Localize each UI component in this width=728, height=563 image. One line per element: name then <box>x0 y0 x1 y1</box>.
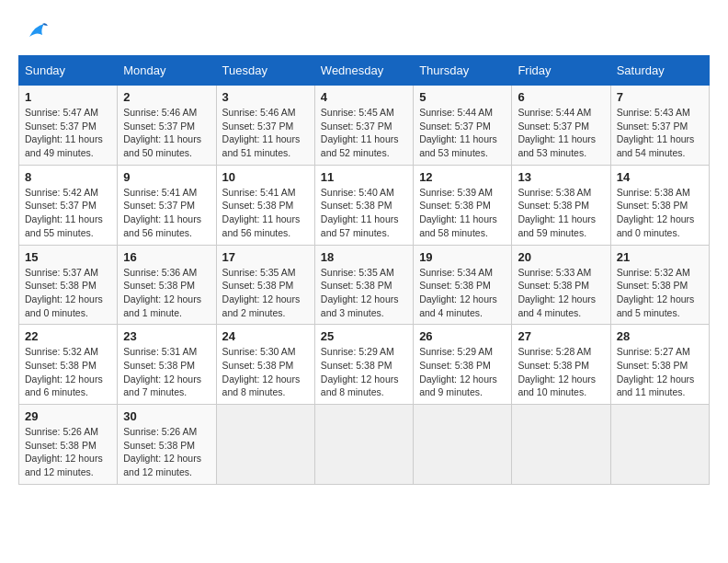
calendar-day-cell: 29 Sunrise: 5:26 AM Sunset: 5:38 PM Dayl… <box>19 405 118 485</box>
day-number: 13 <box>518 170 604 184</box>
day-number: 17 <box>222 250 309 264</box>
day-number: 19 <box>419 250 506 264</box>
day-info: Sunrise: 5:35 AM Sunset: 5:38 PM Dayligh… <box>321 266 407 320</box>
day-number: 30 <box>123 409 210 423</box>
calendar-day-cell: 30 Sunrise: 5:26 AM Sunset: 5:38 PM Dayl… <box>118 405 216 485</box>
calendar-day-cell: 26 Sunrise: 5:29 AM Sunset: 5:38 PM Dayl… <box>414 325 512 405</box>
weekday-header: Wednesday <box>314 56 413 86</box>
logo <box>18 18 50 46</box>
day-number: 2 <box>123 90 210 104</box>
calendar-week-row: 22 Sunrise: 5:32 AM Sunset: 5:38 PM Dayl… <box>19 325 710 405</box>
calendar-day-cell <box>512 405 610 485</box>
day-number: 27 <box>518 329 604 343</box>
day-info: Sunrise: 5:39 AM Sunset: 5:38 PM Dayligh… <box>419 186 506 240</box>
day-number: 12 <box>419 170 506 184</box>
day-info: Sunrise: 5:46 AM Sunset: 5:37 PM Dayligh… <box>222 106 309 160</box>
day-number: 18 <box>321 250 407 264</box>
day-info: Sunrise: 5:46 AM Sunset: 5:37 PM Dayligh… <box>123 106 210 160</box>
weekday-header: Tuesday <box>216 56 314 86</box>
calendar-day-cell: 4 Sunrise: 5:45 AM Sunset: 5:37 PM Dayli… <box>314 86 413 166</box>
day-number: 29 <box>25 409 111 423</box>
calendar-day-cell: 1 Sunrise: 5:47 AM Sunset: 5:37 PM Dayli… <box>19 86 118 166</box>
calendar-day-cell: 7 Sunrise: 5:43 AM Sunset: 5:37 PM Dayli… <box>610 86 709 166</box>
day-info: Sunrise: 5:31 AM Sunset: 5:38 PM Dayligh… <box>123 345 210 399</box>
calendar-day-cell <box>314 405 413 485</box>
weekday-header: Monday <box>118 56 216 86</box>
calendar-day-cell: 14 Sunrise: 5:38 AM Sunset: 5:38 PM Dayl… <box>610 165 709 245</box>
weekday-header: Saturday <box>610 56 709 86</box>
calendar-week-row: 29 Sunrise: 5:26 AM Sunset: 5:38 PM Dayl… <box>19 405 710 485</box>
day-number: 21 <box>617 250 703 264</box>
day-number: 4 <box>321 90 407 104</box>
calendar-table: SundayMondayTuesdayWednesdayThursdayFrid… <box>18 55 710 485</box>
calendar-day-cell: 18 Sunrise: 5:35 AM Sunset: 5:38 PM Dayl… <box>314 245 413 325</box>
day-info: Sunrise: 5:32 AM Sunset: 5:38 PM Dayligh… <box>617 266 703 320</box>
calendar-day-cell: 22 Sunrise: 5:32 AM Sunset: 5:38 PM Dayl… <box>19 325 118 405</box>
calendar-day-cell: 13 Sunrise: 5:38 AM Sunset: 5:38 PM Dayl… <box>512 165 610 245</box>
day-number: 14 <box>617 170 703 184</box>
day-info: Sunrise: 5:37 AM Sunset: 5:38 PM Dayligh… <box>25 266 111 320</box>
calendar-week-row: 15 Sunrise: 5:37 AM Sunset: 5:38 PM Dayl… <box>19 245 710 325</box>
day-info: Sunrise: 5:27 AM Sunset: 5:38 PM Dayligh… <box>617 345 703 399</box>
day-info: Sunrise: 5:30 AM Sunset: 5:38 PM Dayligh… <box>222 345 309 399</box>
day-info: Sunrise: 5:26 AM Sunset: 5:38 PM Dayligh… <box>123 425 210 479</box>
day-info: Sunrise: 5:40 AM Sunset: 5:38 PM Dayligh… <box>321 186 407 240</box>
calendar-day-cell: 12 Sunrise: 5:39 AM Sunset: 5:38 PM Dayl… <box>414 165 512 245</box>
day-number: 11 <box>321 170 407 184</box>
day-number: 1 <box>25 90 111 104</box>
calendar-day-cell: 23 Sunrise: 5:31 AM Sunset: 5:38 PM Dayl… <box>118 325 216 405</box>
calendar-day-cell: 25 Sunrise: 5:29 AM Sunset: 5:38 PM Dayl… <box>314 325 413 405</box>
day-number: 6 <box>518 90 604 104</box>
day-info: Sunrise: 5:32 AM Sunset: 5:38 PM Dayligh… <box>25 345 111 399</box>
calendar-day-cell: 2 Sunrise: 5:46 AM Sunset: 5:37 PM Dayli… <box>118 86 216 166</box>
day-number: 25 <box>321 329 407 343</box>
calendar-day-cell: 15 Sunrise: 5:37 AM Sunset: 5:38 PM Dayl… <box>19 245 118 325</box>
day-info: Sunrise: 5:33 AM Sunset: 5:38 PM Dayligh… <box>518 266 604 320</box>
day-info: Sunrise: 5:26 AM Sunset: 5:38 PM Dayligh… <box>25 425 111 479</box>
day-number: 28 <box>617 329 703 343</box>
weekday-header: Sunday <box>19 56 118 86</box>
day-number: 7 <box>617 90 703 104</box>
calendar-day-cell: 27 Sunrise: 5:28 AM Sunset: 5:38 PM Dayl… <box>512 325 610 405</box>
calendar-day-cell: 9 Sunrise: 5:41 AM Sunset: 5:37 PM Dayli… <box>118 165 216 245</box>
logo-bird-icon <box>22 18 50 46</box>
calendar-day-cell: 16 Sunrise: 5:36 AM Sunset: 5:38 PM Dayl… <box>118 245 216 325</box>
day-info: Sunrise: 5:42 AM Sunset: 5:37 PM Dayligh… <box>25 186 111 240</box>
calendar-day-cell: 5 Sunrise: 5:44 AM Sunset: 5:37 PM Dayli… <box>414 86 512 166</box>
page-header <box>18 18 710 46</box>
calendar-day-cell: 21 Sunrise: 5:32 AM Sunset: 5:38 PM Dayl… <box>610 245 709 325</box>
day-number: 15 <box>25 250 111 264</box>
calendar-day-cell: 20 Sunrise: 5:33 AM Sunset: 5:38 PM Dayl… <box>512 245 610 325</box>
day-number: 8 <box>25 170 111 184</box>
day-number: 24 <box>222 329 309 343</box>
day-info: Sunrise: 5:29 AM Sunset: 5:38 PM Dayligh… <box>321 345 407 399</box>
day-info: Sunrise: 5:44 AM Sunset: 5:37 PM Dayligh… <box>419 106 506 160</box>
calendar-week-row: 1 Sunrise: 5:47 AM Sunset: 5:37 PM Dayli… <box>19 86 710 166</box>
calendar-day-cell: 11 Sunrise: 5:40 AM Sunset: 5:38 PM Dayl… <box>314 165 413 245</box>
day-number: 9 <box>123 170 210 184</box>
day-info: Sunrise: 5:45 AM Sunset: 5:37 PM Dayligh… <box>321 106 407 160</box>
day-info: Sunrise: 5:43 AM Sunset: 5:37 PM Dayligh… <box>617 106 703 160</box>
calendar-day-cell: 8 Sunrise: 5:42 AM Sunset: 5:37 PM Dayli… <box>19 165 118 245</box>
calendar-day-cell: 19 Sunrise: 5:34 AM Sunset: 5:38 PM Dayl… <box>414 245 512 325</box>
day-number: 20 <box>518 250 604 264</box>
day-number: 16 <box>123 250 210 264</box>
day-number: 26 <box>419 329 506 343</box>
day-number: 5 <box>419 90 506 104</box>
calendar-day-cell: 10 Sunrise: 5:41 AM Sunset: 5:38 PM Dayl… <box>216 165 314 245</box>
day-info: Sunrise: 5:38 AM Sunset: 5:38 PM Dayligh… <box>617 186 703 240</box>
day-info: Sunrise: 5:44 AM Sunset: 5:37 PM Dayligh… <box>518 106 604 160</box>
calendar-day-cell: 3 Sunrise: 5:46 AM Sunset: 5:37 PM Dayli… <box>216 86 314 166</box>
day-info: Sunrise: 5:41 AM Sunset: 5:38 PM Dayligh… <box>222 186 309 240</box>
calendar-day-cell: 24 Sunrise: 5:30 AM Sunset: 5:38 PM Dayl… <box>216 325 314 405</box>
day-info: Sunrise: 5:29 AM Sunset: 5:38 PM Dayligh… <box>419 345 506 399</box>
day-info: Sunrise: 5:36 AM Sunset: 5:38 PM Dayligh… <box>123 266 210 320</box>
calendar-day-cell: 28 Sunrise: 5:27 AM Sunset: 5:38 PM Dayl… <box>610 325 709 405</box>
day-number: 3 <box>222 90 309 104</box>
day-info: Sunrise: 5:28 AM Sunset: 5:38 PM Dayligh… <box>518 345 604 399</box>
calendar-day-cell <box>216 405 314 485</box>
calendar-day-cell <box>414 405 512 485</box>
day-number: 22 <box>25 329 111 343</box>
day-info: Sunrise: 5:38 AM Sunset: 5:38 PM Dayligh… <box>518 186 604 240</box>
day-number: 23 <box>123 329 210 343</box>
